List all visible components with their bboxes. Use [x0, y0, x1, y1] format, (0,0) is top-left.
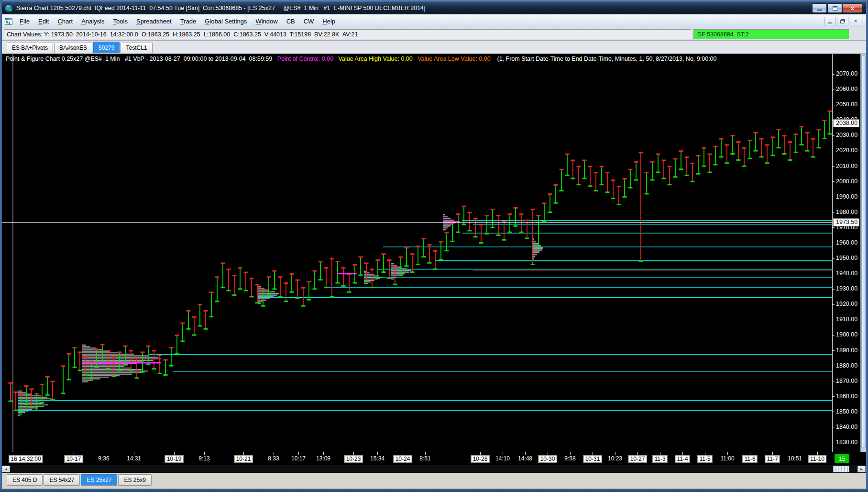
mdi-minimize-button[interactable]: [824, 17, 835, 25]
bar-top-tick: [359, 257, 363, 258]
menu-analysis[interactable]: Analysis: [77, 16, 109, 27]
chart-title-segment-4: (1, From Start Date-Time to End Date-Tim…: [497, 56, 717, 62]
chart-tab-bar: ES 405 DES 54x27ES 25x27ES 25x9: [2, 473, 866, 489]
bar-bottom-tick: [817, 147, 821, 148]
chart-document-icon[interactable]: [5, 18, 12, 25]
chart-region[interactable]: Point & Figure Chart 0.25x27 @ES# 1 Min …: [2, 54, 866, 452]
mdi-close-button[interactable]: ×: [850, 17, 861, 25]
menu-window[interactable]: Window: [251, 16, 282, 27]
mdi-restore-button[interactable]: [837, 17, 848, 25]
bar-top-tick: [542, 202, 547, 204]
menu-cw[interactable]: CW: [299, 16, 319, 27]
bar-top-tick: [565, 154, 570, 155]
price-scale[interactable]: 2070.002060.002050.002040.002030.002020.…: [832, 54, 860, 452]
bar-top-tick: [828, 111, 832, 112]
bar-top-tick: [35, 393, 39, 394]
menu-cb[interactable]: CB: [282, 16, 299, 27]
price-tick: [833, 212, 835, 212]
bar-bottom-tick: [571, 178, 575, 179]
price-tick: [833, 366, 835, 366]
price-label: 1930.00: [836, 285, 857, 292]
title-bar[interactable]: Sierra Chart 1205 50279.cht IQFeed 2014-…: [2, 2, 866, 14]
chart-tab-es-25x27[interactable]: ES 25x27: [81, 474, 117, 486]
bar-bottom-tick: [341, 285, 346, 287]
crosshair-price-box: 1973.50: [833, 218, 859, 226]
vertical-scrollbar-thumb[interactable]: [861, 56, 866, 448]
time-tick: [570, 452, 571, 455]
chart-tab-es-405-d[interactable]: ES 405 D: [7, 474, 43, 486]
bar-bottom-tick: [548, 212, 552, 213]
bar-bottom-tick: [577, 184, 581, 185]
bar-bottom-tick: [668, 184, 672, 185]
bar-bottom-tick: [439, 259, 443, 260]
bar-bottom-tick: [650, 179, 655, 181]
bar-top-tick: [141, 352, 145, 353]
menu-help[interactable]: Help: [318, 16, 340, 27]
price-label: 2020.00: [836, 147, 857, 154]
bar-top-tick: [508, 213, 512, 215]
bar-top-tick: [788, 141, 792, 143]
bar-bottom-tick: [754, 150, 758, 152]
bar-top-tick: [100, 344, 105, 346]
bar-bottom-tick: [491, 227, 495, 228]
restore-icon: [840, 20, 844, 23]
bar-bottom-tick: [565, 175, 570, 176]
bar-top-tick: [255, 284, 260, 285]
chart-title-segment-1: Point of Control: 0.00: [277, 56, 339, 62]
time-axis[interactable]: 16 14:32:0010-179:3614:3110-199:1310-218…: [2, 452, 866, 465]
scroll-left-button[interactable]: ◄: [2, 466, 10, 472]
bar-top-tick: [215, 276, 220, 278]
chart-tab-es-25x9[interactable]: ES 25x9: [118, 474, 151, 486]
time-label: 11-4: [675, 455, 690, 463]
menu-trade[interactable]: Trade: [176, 16, 201, 27]
bar-top-tick: [582, 160, 587, 161]
time-label: 10:17: [291, 455, 306, 462]
bar-bottom-tick: [600, 184, 604, 185]
bar-top-tick: [571, 160, 575, 161]
bar-top-tick: [198, 304, 202, 305]
price-plot[interactable]: [2, 54, 832, 452]
time-label: 16 14:32:00: [9, 455, 43, 463]
time-tick: [274, 452, 274, 455]
chartbook-tab-es-ba-pivots[interactable]: ES BA+Pivots: [7, 43, 53, 53]
bar-bottom-tick: [9, 401, 13, 402]
menu-edit[interactable]: Edit: [34, 16, 53, 27]
bar-top-tick: [668, 166, 672, 167]
minimize-button[interactable]: [812, 3, 827, 13]
bar-top-tick: [525, 220, 529, 221]
price-tick: [833, 258, 835, 259]
menu-file[interactable]: File: [15, 16, 34, 27]
menu-chart[interactable]: Chart: [53, 16, 77, 27]
bar-top-tick: [204, 310, 208, 312]
bar-bottom-tick: [135, 378, 139, 379]
bar-top-tick: [450, 223, 455, 224]
chartbook-tab-testcl1[interactable]: TestCL1: [121, 43, 152, 53]
menu-global-settings[interactable]: Global Settings: [200, 16, 251, 27]
vertical-scrollbar[interactable]: [860, 54, 866, 452]
bar-top-tick: [519, 213, 524, 215]
time-tick: [104, 452, 104, 455]
time-label: 10-27: [628, 455, 647, 463]
bar-top-tick: [238, 267, 242, 268]
bar-bottom-tick: [73, 367, 77, 368]
horizontal-scrollbar[interactable]: ◄ ►: [2, 465, 866, 473]
maximize-button[interactable]: [827, 3, 842, 13]
bar-bottom-tick: [399, 275, 403, 276]
bar-bottom-tick: [364, 280, 369, 282]
close-button[interactable]: ×: [843, 3, 862, 13]
time-tick: [705, 452, 705, 455]
bar-top-tick: [611, 179, 615, 181]
horizontal-scrollbar-thumb[interactable]: [833, 466, 849, 472]
price-tick: [833, 304, 835, 305]
menu-tools[interactable]: Tools: [109, 16, 132, 27]
bar-top-tick: [742, 147, 747, 149]
chartbook-tab-50279[interactable]: 50279: [93, 42, 120, 53]
bar-bottom-tick: [719, 156, 724, 157]
scroll-right-button[interactable]: ►: [857, 466, 866, 472]
bar-top-tick: [336, 261, 340, 262]
chartbook-tab-ba-sones[interactable]: BA#sonES: [54, 43, 92, 53]
menu-spreadsheet[interactable]: Spreadsheet: [132, 16, 176, 27]
bar-top-tick: [656, 154, 660, 155]
bar-bottom-tick: [192, 335, 197, 336]
chart-tab-es-54x27[interactable]: ES 54x27: [44, 474, 80, 486]
